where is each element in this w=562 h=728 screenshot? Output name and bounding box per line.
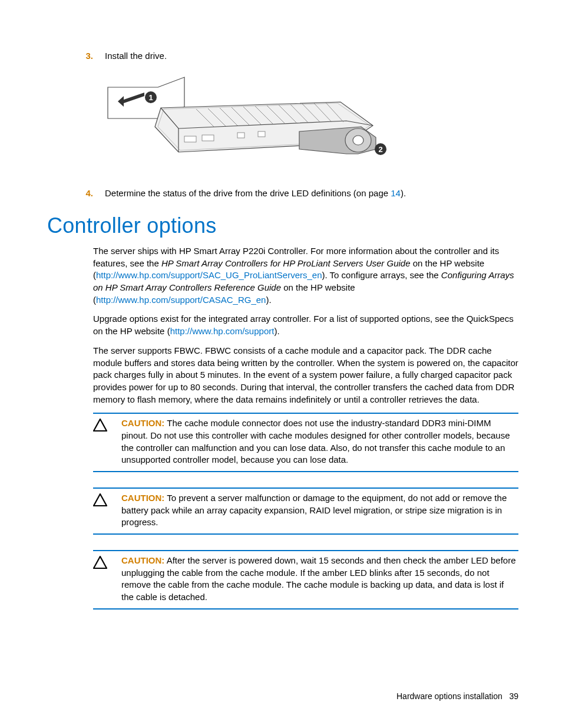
caution-2: CAUTION: To prevent a server malfunction…: [93, 487, 518, 535]
page-content: 3. Install the drive. 1: [0, 0, 562, 660]
svg-point-15: [353, 136, 363, 145]
step-4-text: Determine the status of the drive from t…: [105, 187, 518, 199]
p1-t3: ). To configure arrays, see the: [322, 270, 441, 280]
step-3: 3. Install the drive.: [47, 50, 518, 62]
paragraph-2: Upgrade options exist for the integrated…: [47, 313, 518, 337]
drive-install-illustration: 1 2: [105, 73, 388, 173]
step-4-post: ).: [401, 188, 406, 198]
caution-1: CAUTION: The cache module connector does…: [93, 413, 518, 472]
p2-link1[interactable]: http://www.hp.com/support: [170, 326, 275, 336]
step-4-pre: Determine the status of the drive from t…: [105, 188, 391, 198]
footer-section: Hardware options installation: [396, 691, 503, 701]
caution-1-body: The cache module connector does not use …: [121, 418, 510, 465]
caution-label: CAUTION:: [121, 555, 164, 565]
caution-triangle-icon: [93, 492, 121, 529]
paragraph-3: The server supports FBWC. FBWC consists …: [47, 345, 518, 406]
svg-text:1: 1: [148, 93, 153, 102]
svg-rect-20: [237, 133, 244, 138]
svg-rect-19: [202, 135, 214, 141]
p1-t5: ).: [266, 295, 271, 305]
svg-rect-18: [184, 136, 196, 142]
caution-label: CAUTION:: [121, 418, 164, 428]
footer-page-number: 39: [509, 691, 518, 701]
svg-rect-21: [258, 131, 265, 137]
svg-text:2: 2: [378, 145, 382, 154]
p2-t2: ).: [274, 326, 279, 336]
caution-triangle-icon: [93, 555, 121, 604]
step-4-pagelink[interactable]: 14: [391, 188, 401, 198]
caution-3: CAUTION: After the server is powered dow…: [93, 550, 518, 610]
caution-triangle-icon: [93, 417, 121, 466]
caution-label: CAUTION:: [121, 493, 164, 503]
caution-3-text: CAUTION: After the server is powered dow…: [121, 555, 518, 604]
p1-link1[interactable]: http://www.hp.com/support/SAC_UG_ProLian…: [96, 270, 322, 280]
step-3-number: 3.: [47, 50, 105, 62]
p1-link2[interactable]: http://www.hp.com/support/CASAC_RG_en: [96, 295, 266, 305]
step-3-text: Install the drive.: [105, 50, 518, 62]
caution-3-body: After the server is powered down, wait 1…: [121, 555, 516, 602]
paragraph-1: The server ships with HP Smart Array P22…: [47, 245, 518, 306]
caution-1-text: CAUTION: The cache module connector does…: [121, 417, 518, 466]
caution-2-text: CAUTION: To prevent a server malfunction…: [121, 492, 518, 529]
step-4: 4. Determine the status of the drive fro…: [47, 187, 518, 199]
caution-2-body: To prevent a server malfunction or damag…: [121, 493, 507, 527]
section-heading: Controller options: [47, 213, 518, 238]
p1-i1: HP Smart Array Controllers for HP ProLia…: [161, 258, 411, 268]
step-4-number: 4.: [47, 187, 105, 199]
p2-t1: Upgrade options exist for the integrated…: [93, 314, 514, 336]
page-footer: Hardware options installation 39: [396, 691, 518, 701]
